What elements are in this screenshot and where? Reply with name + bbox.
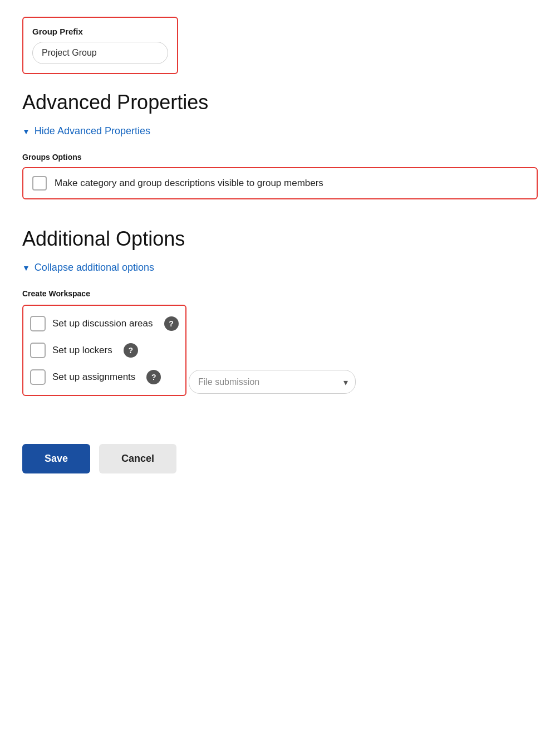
groups-options-box: Make category and group descriptions vis…: [22, 167, 538, 199]
hide-advanced-toggle[interactable]: ▼ Hide Advanced Properties: [22, 125, 538, 137]
action-buttons: Save Cancel: [22, 444, 538, 473]
groups-options-checkbox[interactable]: [32, 176, 47, 191]
discussion-checkbox[interactable]: [30, 316, 46, 331]
additional-options-heading: Additional Options: [22, 227, 538, 251]
advanced-properties-heading: Advanced Properties: [22, 91, 538, 114]
group-prefix-input[interactable]: [32, 42, 168, 64]
additional-options-section: Additional Options ▼ Collapse additional…: [22, 227, 538, 422]
lockers-help-icon[interactable]: ?: [124, 343, 138, 358]
discussion-label: Set up discussion areas: [52, 318, 153, 329]
triangle-icon: ▼: [22, 127, 30, 136]
file-submission-wrapper: File submission ▾: [189, 370, 356, 394]
advanced-properties-section: Advanced Properties ▼ Hide Advanced Prop…: [22, 91, 538, 199]
assignments-help-icon[interactable]: ?: [146, 370, 161, 384]
assignments-checkbox[interactable]: [30, 369, 46, 385]
create-workspace-label: Create Workspace: [22, 289, 538, 298]
workspace-row-assignments: Set up assignments ?: [30, 364, 179, 390]
workspace-checkboxes-group: Set up discussion areas ? Set up lockers…: [22, 305, 186, 396]
hide-advanced-link[interactable]: Hide Advanced Properties: [35, 125, 150, 137]
triangle-icon-2: ▼: [22, 263, 30, 272]
cancel-button[interactable]: Cancel: [99, 444, 176, 473]
save-button[interactable]: Save: [22, 444, 90, 473]
file-submission-select[interactable]: File submission: [189, 370, 356, 394]
lockers-checkbox[interactable]: [30, 343, 46, 358]
discussion-help-icon[interactable]: ?: [164, 316, 179, 331]
groups-options-text: Make category and group descriptions vis…: [55, 178, 323, 189]
workspace-row-discussion: Set up discussion areas ?: [30, 310, 179, 337]
collapse-additional-link[interactable]: Collapse additional options: [35, 262, 154, 274]
groups-options-label: Groups Options: [22, 153, 538, 162]
lockers-label: Set up lockers: [52, 345, 112, 356]
collapse-additional-toggle[interactable]: ▼ Collapse additional options: [22, 262, 538, 274]
group-prefix-section: Group Prefix: [22, 17, 178, 74]
workspace-row-lockers: Set up lockers ?: [30, 337, 179, 364]
assignments-label: Set up assignments: [52, 372, 135, 383]
group-prefix-label: Group Prefix: [32, 27, 168, 36]
